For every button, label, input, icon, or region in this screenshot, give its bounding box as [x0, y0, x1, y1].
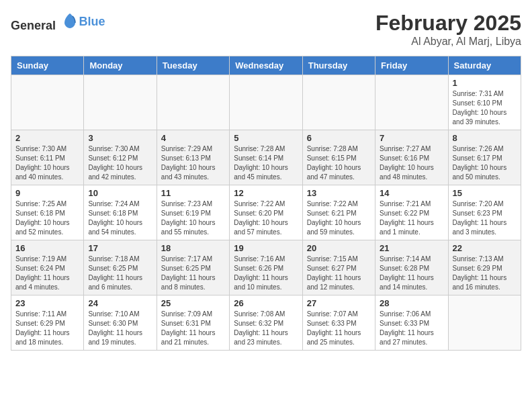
day-number: 3: [88, 133, 152, 143]
header-thursday: Thursday: [302, 56, 375, 75]
table-row: 4Sunrise: 7:29 AM Sunset: 6:13 PM Daylig…: [157, 130, 229, 185]
table-row: 21Sunrise: 7:14 AM Sunset: 6:28 PM Dayli…: [375, 240, 448, 295]
day-number: 22: [453, 243, 517, 253]
header-sunday: Sunday: [11, 56, 84, 75]
day-detail: Sunrise: 7:19 AM Sunset: 6:24 PM Dayligh…: [15, 255, 79, 292]
table-row: [157, 75, 229, 130]
day-number: 28: [380, 298, 443, 308]
title-area: February 2025 Al Abyar, Al Marj, Libya: [375, 11, 521, 48]
table-row: 26Sunrise: 7:08 AM Sunset: 6:32 PM Dayli…: [230, 295, 302, 351]
day-detail: Sunrise: 7:11 AM Sunset: 6:29 PM Dayligh…: [15, 310, 79, 347]
day-number: 24: [88, 298, 152, 308]
table-row: 12Sunrise: 7:22 AM Sunset: 6:20 PM Dayli…: [230, 185, 302, 240]
day-detail: Sunrise: 7:06 AM Sunset: 6:33 PM Dayligh…: [380, 310, 443, 347]
calendar: Sunday Monday Tuesday Wednesday Thursday…: [11, 56, 521, 351]
day-detail: Sunrise: 7:31 AM Sunset: 6:10 PM Dayligh…: [453, 89, 517, 127]
day-detail: Sunrise: 7:25 AM Sunset: 6:18 PM Dayligh…: [15, 199, 79, 237]
table-row: 28Sunrise: 7:06 AM Sunset: 6:33 PM Dayli…: [375, 295, 448, 351]
table-row: 18Sunrise: 7:17 AM Sunset: 6:25 PM Dayli…: [157, 240, 229, 295]
day-number: 19: [234, 243, 298, 253]
table-row: 9Sunrise: 7:25 AM Sunset: 6:18 PM Daylig…: [11, 185, 84, 240]
day-number: 13: [307, 188, 371, 198]
day-number: 27: [307, 298, 371, 308]
day-number: 10: [88, 188, 152, 198]
day-detail: Sunrise: 7:18 AM Sunset: 6:25 PM Dayligh…: [88, 255, 152, 292]
day-detail: Sunrise: 7:20 AM Sunset: 6:23 PM Dayligh…: [453, 199, 517, 237]
day-number: 18: [161, 243, 225, 253]
table-row: 19Sunrise: 7:16 AM Sunset: 6:26 PM Dayli…: [230, 240, 302, 295]
table-row: 11Sunrise: 7:23 AM Sunset: 6:19 PM Dayli…: [157, 185, 229, 240]
day-detail: Sunrise: 7:22 AM Sunset: 6:21 PM Dayligh…: [307, 199, 371, 237]
day-detail: Sunrise: 7:23 AM Sunset: 6:19 PM Dayligh…: [161, 199, 225, 237]
table-row: 22Sunrise: 7:13 AM Sunset: 6:29 PM Dayli…: [448, 240, 521, 295]
calendar-week-row: 2Sunrise: 7:30 AM Sunset: 6:11 PM Daylig…: [11, 130, 521, 185]
day-number: 20: [307, 243, 371, 253]
day-number: 21: [380, 243, 443, 253]
table-row: 15Sunrise: 7:20 AM Sunset: 6:23 PM Dayli…: [448, 185, 521, 240]
header-tuesday: Tuesday: [157, 56, 229, 75]
day-detail: Sunrise: 7:28 AM Sunset: 6:14 PM Dayligh…: [234, 144, 298, 182]
table-row: 2Sunrise: 7:30 AM Sunset: 6:11 PM Daylig…: [11, 130, 84, 185]
table-row: 1Sunrise: 7:31 AM Sunset: 6:10 PM Daylig…: [448, 75, 521, 130]
day-detail: Sunrise: 7:26 AM Sunset: 6:17 PM Dayligh…: [453, 144, 517, 182]
day-detail: Sunrise: 7:30 AM Sunset: 6:11 PM Dayligh…: [15, 144, 79, 182]
table-row: [11, 75, 84, 130]
table-row: [448, 295, 521, 351]
table-row: [375, 75, 448, 130]
header: General Blue February 2025 Al Abyar, Al …: [11, 11, 521, 48]
calendar-week-row: 1Sunrise: 7:31 AM Sunset: 6:10 PM Daylig…: [11, 75, 521, 130]
table-row: 7Sunrise: 7:27 AM Sunset: 6:16 PM Daylig…: [375, 130, 448, 185]
table-row: 16Sunrise: 7:19 AM Sunset: 6:24 PM Dayli…: [11, 240, 84, 295]
header-monday: Monday: [84, 56, 157, 75]
day-detail: Sunrise: 7:22 AM Sunset: 6:20 PM Dayligh…: [234, 199, 298, 237]
table-row: 27Sunrise: 7:07 AM Sunset: 6:33 PM Dayli…: [302, 295, 375, 351]
day-detail: Sunrise: 7:07 AM Sunset: 6:33 PM Dayligh…: [307, 310, 371, 347]
header-wednesday: Wednesday: [230, 56, 302, 75]
table-row: 20Sunrise: 7:15 AM Sunset: 6:27 PM Dayli…: [302, 240, 375, 295]
table-row: 25Sunrise: 7:09 AM Sunset: 6:31 PM Dayli…: [157, 295, 229, 351]
day-number: 14: [380, 188, 443, 198]
day-number: 8: [453, 133, 517, 143]
day-detail: Sunrise: 7:14 AM Sunset: 6:28 PM Dayligh…: [380, 255, 443, 292]
day-detail: Sunrise: 7:29 AM Sunset: 6:13 PM Dayligh…: [161, 144, 225, 182]
day-number: 5: [234, 133, 298, 143]
table-row: 24Sunrise: 7:10 AM Sunset: 6:30 PM Dayli…: [84, 295, 157, 351]
table-row: 13Sunrise: 7:22 AM Sunset: 6:21 PM Dayli…: [302, 185, 375, 240]
day-detail: Sunrise: 7:27 AM Sunset: 6:16 PM Dayligh…: [380, 144, 443, 182]
logo-general: General: [11, 19, 56, 32]
day-detail: Sunrise: 7:10 AM Sunset: 6:30 PM Dayligh…: [88, 310, 152, 347]
table-row: 6Sunrise: 7:28 AM Sunset: 6:15 PM Daylig…: [302, 130, 375, 185]
calendar-week-row: 23Sunrise: 7:11 AM Sunset: 6:29 PM Dayli…: [11, 295, 521, 351]
day-number: 12: [234, 188, 298, 198]
table-row: 17Sunrise: 7:18 AM Sunset: 6:25 PM Dayli…: [84, 240, 157, 295]
logo-blue: Blue: [79, 15, 105, 28]
day-number: 4: [161, 133, 225, 143]
day-number: 26: [234, 298, 298, 308]
day-detail: Sunrise: 7:09 AM Sunset: 6:31 PM Dayligh…: [161, 310, 225, 347]
table-row: [302, 75, 375, 130]
table-row: 10Sunrise: 7:24 AM Sunset: 6:18 PM Dayli…: [84, 185, 157, 240]
calendar-week-row: 16Sunrise: 7:19 AM Sunset: 6:24 PM Dayli…: [11, 240, 521, 295]
day-detail: Sunrise: 7:28 AM Sunset: 6:15 PM Dayligh…: [307, 144, 371, 182]
day-detail: Sunrise: 7:15 AM Sunset: 6:27 PM Dayligh…: [307, 255, 371, 292]
logo: General Blue: [11, 11, 105, 33]
day-detail: Sunrise: 7:17 AM Sunset: 6:25 PM Dayligh…: [161, 255, 225, 292]
day-number: 7: [380, 133, 443, 143]
calendar-week-row: 9Sunrise: 7:25 AM Sunset: 6:18 PM Daylig…: [11, 185, 521, 240]
day-number: 25: [161, 298, 225, 308]
table-row: [84, 75, 157, 130]
day-detail: Sunrise: 7:21 AM Sunset: 6:22 PM Dayligh…: [380, 199, 443, 237]
day-number: 2: [15, 133, 79, 143]
day-detail: Sunrise: 7:13 AM Sunset: 6:29 PM Dayligh…: [453, 255, 517, 292]
table-row: 3Sunrise: 7:30 AM Sunset: 6:12 PM Daylig…: [84, 130, 157, 185]
day-detail: Sunrise: 7:30 AM Sunset: 6:12 PM Dayligh…: [88, 144, 152, 182]
day-number: 16: [15, 243, 79, 253]
weekday-header-row: Sunday Monday Tuesday Wednesday Thursday…: [11, 56, 521, 75]
day-detail: Sunrise: 7:16 AM Sunset: 6:26 PM Dayligh…: [234, 255, 298, 292]
day-number: 23: [15, 298, 79, 308]
day-detail: Sunrise: 7:08 AM Sunset: 6:32 PM Dayligh…: [234, 310, 298, 347]
table-row: 5Sunrise: 7:28 AM Sunset: 6:14 PM Daylig…: [230, 130, 302, 185]
location-title: Al Abyar, Al Marj, Libya: [375, 36, 521, 48]
day-number: 15: [453, 188, 517, 198]
day-number: 1: [453, 78, 517, 88]
